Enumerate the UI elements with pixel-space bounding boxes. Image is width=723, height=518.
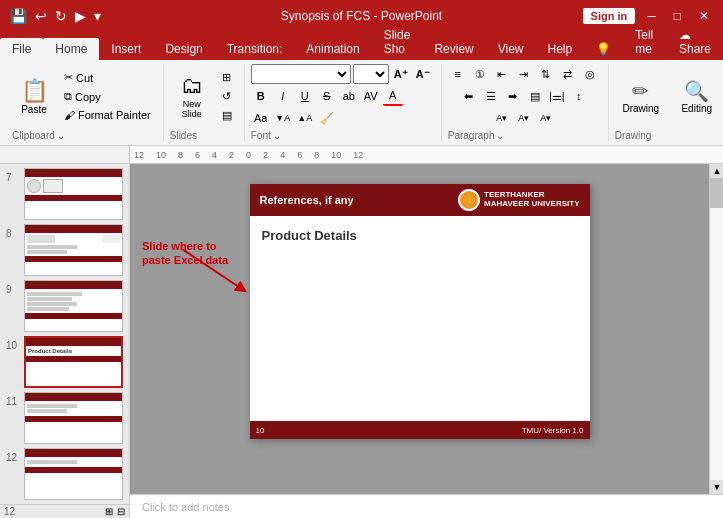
font-family-select[interactable] xyxy=(251,64,351,84)
smartart-button[interactable]: ◎ xyxy=(580,64,600,84)
convert-button[interactable]: ⇄ xyxy=(558,64,578,84)
slide-canvas-area[interactable]: Slide where to paste Excel data xyxy=(130,164,709,494)
col-button[interactable]: |⚌| xyxy=(547,86,567,106)
copy-button[interactable]: ⧉ Copy xyxy=(60,88,155,105)
char-spacing-button[interactable]: AV xyxy=(361,86,381,106)
canvas-scroll-container: Slide where to paste Excel data xyxy=(130,164,723,494)
save-icon[interactable]: 💾 xyxy=(8,6,29,26)
workspace: 7 8 xyxy=(0,164,723,518)
bullet-list-button[interactable]: ≡ xyxy=(448,64,468,84)
strikethrough-button[interactable]: S xyxy=(317,86,337,106)
tab-file[interactable]: File xyxy=(0,38,43,60)
bold-button[interactable]: B xyxy=(251,86,271,106)
tab-design[interactable]: Design xyxy=(153,38,214,60)
paragraph-expand-icon[interactable]: ⌄ xyxy=(496,130,504,141)
restore-button[interactable]: □ xyxy=(668,7,687,25)
view-grid-icon[interactable]: ⊟ xyxy=(117,506,125,517)
view-normal-icon[interactable]: ⊞ xyxy=(105,506,113,517)
reset-button[interactable]: ↺ xyxy=(218,88,236,105)
new-slide-button[interactable]: 🗂 New Slide xyxy=(170,66,214,126)
increase-font-button[interactable]: A⁺ xyxy=(391,64,411,84)
indent-decrease-button[interactable]: ⇤ xyxy=(492,64,512,84)
new-slide-icon: 🗂 xyxy=(181,73,203,99)
align-left-button[interactable]: ⬅ xyxy=(459,86,479,106)
align-right-button[interactable]: ➡ xyxy=(503,86,523,106)
notes-area[interactable]: Click to add notes xyxy=(130,494,723,518)
ruler-area: 12 10 8 6 4 2 0 2 4 6 8 10 12 xyxy=(0,146,723,164)
minimize-button[interactable]: ─ xyxy=(641,7,662,25)
scroll-down-button[interactable]: ▼ xyxy=(710,480,723,494)
slide-body[interactable]: Product Details xyxy=(250,216,590,255)
slide-image-11[interactable] xyxy=(24,392,123,444)
title-bar-left: 💾 ↩ ↻ ▶ ▾ xyxy=(8,6,103,26)
slide-image-10[interactable]: Product Details xyxy=(24,336,123,388)
font-expand-icon[interactable]: ⌄ xyxy=(273,130,281,141)
decrease-font-button[interactable]: A⁻ xyxy=(413,64,433,84)
scroll-up-button[interactable]: ▲ xyxy=(710,164,723,178)
scroll-track[interactable] xyxy=(710,178,723,480)
layout-button[interactable]: ⊞ xyxy=(218,69,236,86)
number-list-button[interactable]: ① xyxy=(470,64,490,84)
scroll-thumb[interactable] xyxy=(710,178,723,208)
paste-button[interactable]: 📋 Paste xyxy=(12,66,56,126)
vertical-scrollbar[interactable]: ▲ ▼ xyxy=(709,164,723,494)
tab-home[interactable]: Home xyxy=(43,38,99,60)
text-effect-button[interactable]: A▾ xyxy=(536,108,556,128)
font-size-select[interactable] xyxy=(353,64,389,84)
tab-help[interactable]: Help xyxy=(536,38,585,60)
slide-number-11: 11 xyxy=(6,392,20,407)
slide-image-9[interactable] xyxy=(24,280,123,332)
logo-text: TEERTHANKER MAHAVEER UNIVERSITY xyxy=(484,191,579,209)
present-icon[interactable]: ▶ xyxy=(73,6,88,26)
font-color-button[interactable]: A xyxy=(383,86,403,106)
more-icon[interactable]: ▾ xyxy=(92,6,103,26)
main-slide-canvas[interactable]: References, if any TEERTHANKER MAHAVEER … xyxy=(250,184,590,439)
underline-button[interactable]: U xyxy=(295,86,315,106)
slide-thumbnail-10[interactable]: 10 Product Details xyxy=(6,336,123,388)
align-center-button[interactable]: ☰ xyxy=(481,86,501,106)
text-fill-button[interactable]: A▾ xyxy=(492,108,512,128)
text-direction-button[interactable]: ⇅ xyxy=(536,64,556,84)
text-outline-button[interactable]: A▾ xyxy=(514,108,534,128)
format-painter-button[interactable]: 🖌 Format Painter xyxy=(60,107,155,123)
clipboard-expand-icon[interactable]: ⌄ xyxy=(57,130,65,141)
editing-button[interactable]: 🔍 Editing xyxy=(671,66,723,126)
clear-format-button[interactable]: 🧹 xyxy=(317,108,337,128)
tab-transitions[interactable]: Transition: xyxy=(215,38,295,60)
text-shadow-button[interactable]: ab xyxy=(339,86,359,106)
tab-review[interactable]: Review xyxy=(422,38,485,60)
redo-icon[interactable]: ↻ xyxy=(53,6,69,26)
cut-button[interactable]: ✂ Cut xyxy=(60,69,155,86)
font-case-button[interactable]: Aa xyxy=(251,108,271,128)
italic-button[interactable]: I xyxy=(273,86,293,106)
slide-image-7[interactable] xyxy=(24,168,123,220)
annotation: Slide where to paste Excel data xyxy=(142,239,228,268)
tab-tell-me[interactable]: Tell me xyxy=(623,24,667,60)
slide-thumbnail-7[interactable]: 7 xyxy=(6,168,123,220)
tab-lightbulb[interactable]: 💡 xyxy=(584,38,623,60)
undo-icon[interactable]: ↩ xyxy=(33,6,49,26)
close-button[interactable]: ✕ xyxy=(693,7,715,25)
slide-list[interactable]: 7 8 xyxy=(0,164,129,504)
section-button[interactable]: ▤ xyxy=(218,107,236,124)
tab-insert[interactable]: Insert xyxy=(99,38,153,60)
slide-thumbnail-8[interactable]: 8 xyxy=(6,224,123,276)
tab-animations[interactable]: Animation xyxy=(294,38,371,60)
increase-size-button[interactable]: ▲A xyxy=(295,108,315,128)
tab-share[interactable]: ☁ Share xyxy=(667,24,723,60)
ruler-marks: 12 10 8 6 4 2 0 2 4 6 8 10 12 xyxy=(130,146,723,163)
indent-increase-button[interactable]: ⇥ xyxy=(514,64,534,84)
sign-in-button[interactable]: Sign in xyxy=(583,8,636,24)
tab-slideshow[interactable]: Slide Sho xyxy=(372,24,423,60)
slide-thumbnail-12[interactable]: 12 xyxy=(6,448,123,500)
drawing-button[interactable]: ✏ Drawing xyxy=(615,66,667,126)
line-spacing-button[interactable]: ↕ xyxy=(569,86,589,106)
justify-button[interactable]: ▤ xyxy=(525,86,545,106)
slide-thumbnail-11[interactable]: 11 xyxy=(6,392,123,444)
decrease-size-button[interactable]: ▼A xyxy=(273,108,293,128)
tab-view[interactable]: View xyxy=(486,38,536,60)
slide-image-8[interactable] xyxy=(24,224,123,276)
slide-image-12[interactable] xyxy=(24,448,123,500)
cut-icon: ✂ xyxy=(64,71,73,84)
slide-thumbnail-9[interactable]: 9 xyxy=(6,280,123,332)
